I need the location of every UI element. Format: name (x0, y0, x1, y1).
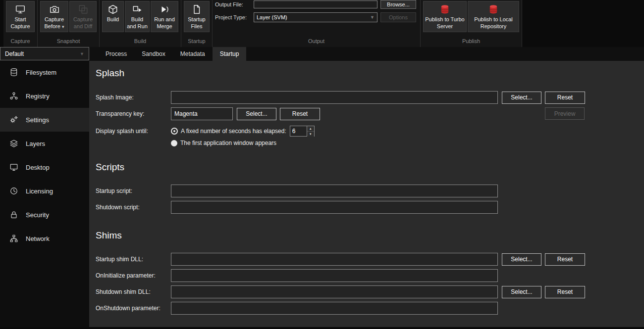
transparency-key-label: Transparency key: (96, 110, 171, 117)
start-capture-icon (15, 4, 26, 15)
profile-selector[interactable]: Default ▼ (0, 47, 89, 60)
first-window-radio[interactable] (171, 140, 177, 146)
fixed-seconds-option-label: A fixed number of seconds has elapsed: (181, 128, 286, 135)
capture-before-icon (49, 4, 60, 15)
sidebar-item-label: Layers (26, 140, 45, 147)
sidebar-item-layers[interactable]: Layers (0, 132, 89, 155)
sidebar-item-label: Registry (26, 93, 50, 100)
project-type-label: Project Type: (215, 14, 254, 20)
onshutdown-parameter-label: OnShutdown parameter: (96, 305, 171, 312)
splash-image-label: Splash Image: (96, 94, 171, 101)
oninitialize-parameter-label: OnInitialize parameter: (96, 272, 171, 279)
preview-button[interactable]: Preview (545, 107, 585, 120)
oninitialize-parameter-input[interactable] (171, 269, 498, 282)
sidebar-item-network[interactable]: Network (0, 227, 89, 250)
database-icon (488, 4, 499, 15)
shutdown-script-input[interactable] (171, 201, 498, 214)
sidebar-item-registry[interactable]: Registry (0, 84, 89, 108)
run-merge-icon (159, 4, 170, 15)
start-capture-button[interactable]: Start Capture (6, 1, 35, 32)
browse-button[interactable]: Browse... (380, 0, 416, 9)
startup-script-label: Startup script: (96, 188, 171, 194)
sidebar-item-licensing[interactable]: Licensing (0, 179, 89, 203)
tab-metadata[interactable]: Metadata (173, 47, 213, 61)
sidebar-item-security[interactable]: Security (0, 203, 89, 227)
profile-selector-value: Default (5, 50, 24, 57)
shutdown-shim-dll-label: Shutdown shim DLL: (96, 288, 171, 295)
capture-before-button[interactable]: Capture Before ▾ (40, 1, 68, 32)
ribbon-group-label-snapshot: Snapshot (40, 36, 97, 47)
sidebar: Default ▼ Filesystem Registry Settings L… (0, 47, 89, 329)
capture-and-diff-button[interactable]: Capture and Diff (69, 1, 97, 32)
ribbon-group-startup: Startup Files Startup (181, 0, 213, 47)
shutdown-shim-reset-button[interactable]: Reset (545, 286, 585, 298)
scripts-section-heading: Scripts (96, 162, 124, 173)
ribbon-toolbar: Start Capture Capture Capture Before ▾ C… (0, 0, 644, 47)
tab-sandbox[interactable]: Sandbox (134, 47, 172, 61)
sidebar-item-label: Filesystem (26, 69, 56, 76)
capture-diff-icon (78, 4, 89, 15)
build-icon (107, 4, 118, 15)
tab-process[interactable]: Process (98, 47, 134, 61)
ribbon-group-label-publish: Publish (423, 36, 519, 47)
dropdown-caret-icon: ▾ (62, 24, 64, 29)
transparency-key-input[interactable] (171, 107, 233, 120)
database-icon (439, 4, 450, 15)
sidebar-item-settings[interactable]: Settings (0, 108, 89, 132)
startup-shim-reset-button[interactable]: Reset (545, 253, 585, 266)
startup-files-button[interactable]: Startup Files (184, 1, 210, 32)
build-button[interactable]: Build (102, 1, 124, 32)
sidebar-item-desktop[interactable]: Desktop (0, 155, 89, 179)
security-lock-icon (9, 210, 18, 219)
capture-before-text: Capture Before (44, 16, 64, 29)
publish-to-turbo-server-button[interactable]: Publish to Turbo Server (423, 1, 467, 32)
tab-startup[interactable]: Startup (213, 47, 247, 61)
onshutdown-parameter-input[interactable] (171, 302, 498, 315)
display-splash-until-label: Display splash until: (96, 128, 171, 135)
splash-image-reset-button[interactable]: Reset (545, 92, 585, 104)
capture-before-label: Capture Before ▾ (42, 16, 66, 30)
shutdown-shim-select-button[interactable]: Select... (502, 286, 541, 298)
spinner-buttons: ▲ ▼ (307, 126, 314, 136)
ribbon-group-label-output: Output (215, 36, 418, 47)
project-type-select[interactable]: Layer (SVM) ▼ (254, 12, 377, 22)
splash-image-input[interactable] (171, 91, 498, 104)
spinner-up-button[interactable]: ▲ (307, 126, 314, 132)
sidebar-item-filesystem[interactable]: Filesystem (0, 60, 89, 84)
startup-files-label: Startup Files (186, 16, 208, 30)
ribbon-group-label-build: Build (102, 36, 178, 47)
fixed-seconds-radio[interactable] (171, 128, 178, 135)
transparency-key-reset-button[interactable]: Reset (280, 108, 320, 120)
network-icon (9, 234, 18, 243)
registry-icon (9, 92, 18, 100)
splash-image-select-button[interactable]: Select... (502, 92, 541, 104)
ribbon-group-snapshot: Capture Before ▾ Capture and Diff Snapsh… (38, 0, 100, 47)
ribbon-group-output: Output File: Browse... Project Type: Lay… (213, 0, 421, 47)
ribbon-group-build: Build Build and Run Run and Merge Build (100, 0, 181, 47)
ribbon-group-capture: Start Capture Capture (3, 0, 38, 47)
startup-shim-select-button[interactable]: Select... (502, 253, 541, 266)
build-and-run-label: Build and Run (127, 16, 148, 30)
licensing-clock-icon (9, 187, 18, 195)
settings-icon (9, 115, 18, 124)
startup-shim-dll-input[interactable] (171, 253, 498, 266)
ribbon-group-label-startup: Startup (184, 36, 210, 47)
options-button[interactable]: Options (380, 12, 416, 22)
run-and-merge-button[interactable]: Run and Merge (151, 1, 178, 32)
startup-shim-dll-label: Startup shim DLL: (96, 256, 171, 263)
shutdown-shim-dll-input[interactable] (171, 285, 498, 298)
spinner-down-button[interactable]: ▼ (307, 132, 314, 137)
output-file-label: Output File: (215, 1, 254, 7)
first-window-option-label: The first application window appears (180, 140, 276, 146)
run-and-merge-label: Run and Merge (153, 16, 176, 30)
transparency-key-select-button[interactable]: Select... (237, 108, 276, 120)
build-and-run-button[interactable]: Build and Run (125, 1, 150, 32)
start-capture-label: Start Capture (8, 16, 33, 30)
startup-script-input[interactable] (171, 185, 498, 197)
layers-icon (9, 139, 18, 148)
seconds-input[interactable] (290, 126, 307, 136)
sidebar-item-label: Network (26, 235, 50, 242)
output-file-input[interactable] (254, 0, 377, 8)
publish-to-local-repository-button[interactable]: Publish to Local Repository (468, 1, 519, 32)
sidebar-item-label: Security (26, 211, 49, 219)
